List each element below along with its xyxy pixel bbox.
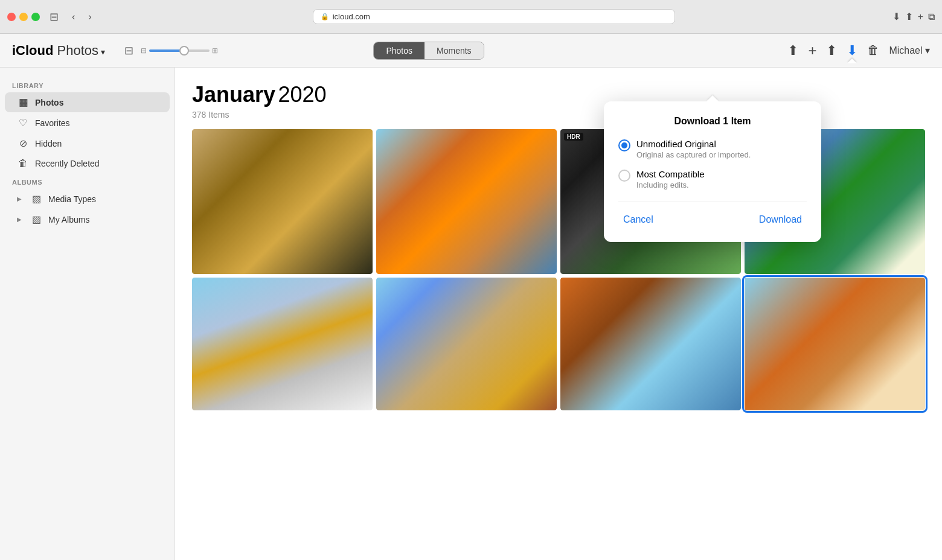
minimize-button[interactable] (19, 13, 28, 21)
photo-image-5 (192, 278, 373, 410)
user-name: Michael (889, 45, 922, 56)
photo-cell-6[interactable] (376, 278, 557, 410)
share-button[interactable]: ⬆ (826, 43, 837, 59)
zoom-in-icon: ⊞ (212, 46, 218, 55)
view-photos-button[interactable]: Photos (374, 42, 425, 59)
recently-deleted-icon: 🗑 (17, 158, 29, 169)
photo-cell-2[interactable] (376, 129, 557, 274)
app-name-light: Photos (53, 43, 98, 58)
sidebar-recently-deleted-label: Recently Deleted (35, 159, 100, 168)
media-types-icon: ▨ (30, 193, 42, 205)
photo-cell-8[interactable] (745, 278, 925, 410)
photo-image-7 (560, 278, 741, 410)
browser-download-btn[interactable]: ⬇ (892, 11, 900, 22)
add-button[interactable]: + (808, 42, 816, 59)
sidebar-item-photos[interactable]: ▦ Photos (5, 92, 170, 112)
option-compatible-text: Most Compatible Including edits. (636, 169, 705, 189)
photo-image-2 (376, 129, 557, 274)
photo-cell-1[interactable] (192, 129, 373, 274)
hidden-icon: ⊘ (17, 138, 29, 149)
url-text: icloud.com (333, 12, 370, 21)
content-area: January 2020 378 Items HDR (175, 68, 942, 560)
lock-icon: 🔒 (321, 13, 329, 21)
option-unmodified-desc: Original as captured or imported. (636, 150, 751, 159)
browser-new-tab-btn[interactable]: + (918, 11, 923, 22)
browser-tabs-btn[interactable]: ⧉ (928, 11, 935, 22)
zoom-slider[interactable] (149, 49, 210, 52)
sidebar-item-hidden[interactable]: ⊘ Hidden (5, 133, 170, 153)
radio-unmodified[interactable] (618, 139, 630, 151)
browser-chrome: ⊟ ‹ › 🔒 icloud.com ⬇ ⬆ + ⧉ (0, 0, 942, 34)
sidebar-item-recently-deleted[interactable]: 🗑 Recently Deleted (5, 154, 170, 173)
trash-button[interactable]: 🗑 (867, 43, 879, 57)
view-moments-button[interactable]: Moments (425, 42, 484, 59)
sidebar-favorites-label: Favorites (35, 118, 70, 128)
sidebar: Library ▦ Photos ♡ Favorites ⊘ Hidden 🗑 … (0, 68, 175, 560)
content-year-val: 2020 (278, 82, 327, 107)
download-button[interactable]: ⬇ (847, 43, 857, 59)
radio-compatible[interactable] (618, 170, 630, 182)
browser-actions: ⬇ ⬆ + ⧉ (892, 11, 935, 22)
browser-sidebar-toggle[interactable]: ⊟ (46, 9, 62, 25)
close-button[interactable] (7, 13, 16, 21)
app-title: iCloud Photos▾ (12, 43, 105, 59)
user-menu-button[interactable]: Michael ▾ (889, 45, 930, 56)
toolbar-right: ⬆ + ⬆ ⬇ 🗑 Michael ▾ (787, 42, 930, 59)
library-section-label: Library (0, 77, 175, 92)
app-name-bold: iCloud (12, 43, 53, 58)
sidebar-hidden-label: Hidden (35, 139, 62, 148)
favorites-icon: ♡ (17, 117, 29, 129)
view-toggle: Photos Moments (373, 42, 484, 60)
browser-share-btn[interactable]: ⬆ (905, 11, 913, 22)
option-compatible[interactable]: Most Compatible Including edits. (618, 169, 807, 189)
zoom-control: ⊟ ⊞ (141, 46, 218, 55)
zoom-out-icon: ⊟ (141, 46, 147, 55)
back-button[interactable]: ‹ (68, 10, 78, 24)
sidebar-my-albums-label: My Albums (48, 215, 89, 224)
upload-button[interactable]: ⬆ (787, 43, 798, 59)
photo-image-6 (376, 278, 557, 410)
popover-arrow (706, 95, 719, 101)
sidebar-item-my-albums[interactable]: ▶ ▨ My Albums (5, 209, 170, 229)
option-compatible-label: Most Compatible (636, 169, 705, 179)
popover-actions: Cancel Download (618, 202, 807, 228)
sidebar-media-types-label: Media Types (48, 194, 96, 204)
traffic-lights (7, 13, 40, 21)
photos-icon: ▦ (17, 97, 29, 108)
toggle-sidebar-button[interactable]: ⊟ (124, 44, 133, 57)
cancel-button[interactable]: Cancel (618, 212, 658, 228)
app-dropdown-icon[interactable]: ▾ (101, 47, 105, 57)
expand-media-types-icon: ▶ (17, 196, 22, 202)
maximize-button[interactable] (31, 13, 40, 21)
albums-section-label: Albums (0, 174, 175, 188)
sidebar-item-favorites[interactable]: ♡ Favorites (5, 113, 170, 133)
option-unmodified[interactable]: Unmodified Original Original as captured… (618, 139, 807, 159)
photo-image-1 (192, 129, 373, 274)
expand-my-albums-icon: ▶ (17, 216, 22, 223)
user-dropdown-icon: ▾ (925, 45, 930, 56)
download-popover: Download 1 Item Unmodified Original Orig… (604, 101, 821, 242)
option-compatible-desc: Including edits. (636, 180, 705, 189)
photo-image-8 (745, 278, 925, 410)
my-albums-icon: ▨ (30, 214, 42, 225)
address-bar[interactable]: 🔒 icloud.com (313, 9, 675, 24)
popover-title: Download 1 Item (618, 116, 807, 127)
main-layout: Library ▦ Photos ♡ Favorites ⊘ Hidden 🗑 … (0, 68, 942, 560)
option-unmodified-text: Unmodified Original Original as captured… (636, 139, 751, 159)
content-month: January (192, 82, 275, 107)
sidebar-photos-label: Photos (35, 98, 63, 107)
photo-cell-7[interactable] (560, 278, 741, 410)
app-toolbar: iCloud Photos▾ ⊟ ⊟ ⊞ Photos Moments ⬆ + … (0, 34, 942, 68)
forward-button[interactable]: › (85, 10, 95, 24)
option-unmodified-label: Unmodified Original (636, 139, 751, 149)
sidebar-item-media-types[interactable]: ▶ ▨ Media Types (5, 189, 170, 209)
download-confirm-button[interactable]: Download (754, 212, 807, 228)
photo-cell-5[interactable] (192, 278, 373, 410)
hdr-badge: HDR (564, 133, 583, 141)
